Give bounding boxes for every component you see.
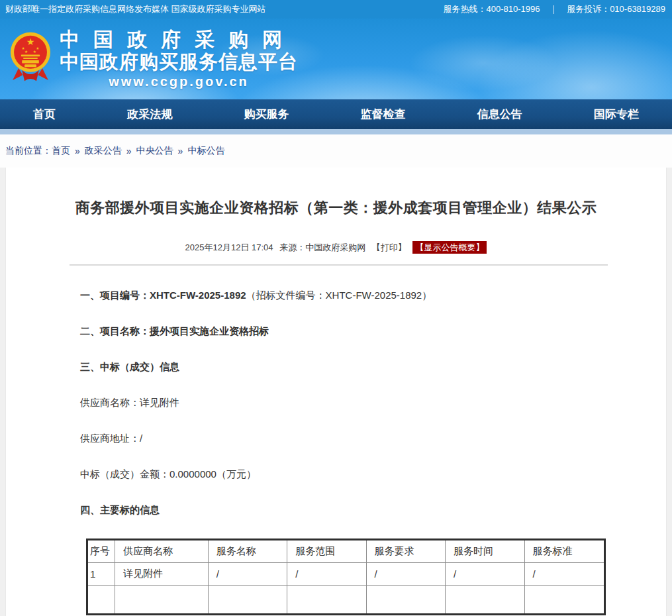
platform-name: 中国政府购买服务信息平台 <box>60 51 298 73</box>
show-summary-button[interactable]: 【显示公告概要】 <box>412 241 487 254</box>
supplier-address-line: 供应商地址：/ <box>80 431 603 446</box>
topbar-divider: ｜ <box>549 3 557 15</box>
article-meta: 2025年12月12日 17:04 来源：中国政府采购网 【打印】 【显示公告概… <box>6 242 666 254</box>
site-banner: ★ ★ ★ ★ ★ 中国政府采购网 中国政府购买服务信息平台 www.ccgp.… <box>0 19 672 99</box>
cell-supplier-name: 详见附件 <box>115 563 209 586</box>
main-navigation: 首页 政采法规 购买服务 监督检查 信息公告 国际专栏 <box>0 99 672 129</box>
col-header-service-requirement: 服务要求 <box>366 540 445 563</box>
site-slogan: 财政部唯一指定政府采购信息网络发布媒体 国家级政府采购专业网站 <box>5 3 266 15</box>
breadcrumb-home[interactable]: 首页 <box>52 145 70 157</box>
main-subject-table: 序号 供应商名称 服务名称 服务范围 服务要求 服务时间 服务标准 1 详见附件… <box>86 539 606 615</box>
nav-item-international[interactable]: 国际专栏 <box>594 107 639 122</box>
col-header-seq: 序号 <box>87 540 115 563</box>
table-row-empty <box>87 586 605 615</box>
breadcrumb-separator: » <box>178 146 183 156</box>
col-header-supplier-name: 供应商名称 <box>115 540 209 563</box>
supplier-name-line: 供应商名称：详见附件 <box>80 395 603 410</box>
award-amount-line: 中标（成交）金额：0.0000000（万元） <box>80 467 603 482</box>
project-number-bold: 一、项目编号：XHTC-FW-2025-1892 <box>80 289 246 301</box>
site-logo[interactable]: ★ ★ ★ ★ ★ 中国政府采购网 中国政府购买服务信息平台 www.ccgp.… <box>9 28 298 90</box>
cell-empty <box>208 586 287 615</box>
service-hotline: 服务热线：400-810-1996 <box>443 3 540 15</box>
top-utility-bar: 财政部唯一指定政府采购信息网络发布媒体 国家级政府采购专业网站 服务热线：400… <box>0 0 672 19</box>
main-subject-heading: 四、主要标的信息 <box>80 503 603 517</box>
nav-item-purchase-services[interactable]: 购买服务 <box>244 107 289 122</box>
col-header-service-name: 服务名称 <box>208 540 287 563</box>
svg-text:★: ★ <box>33 50 36 54</box>
project-name-line: 二、项目名称：援外项目实施企业资格招标 <box>80 324 603 338</box>
breadcrumb-label: 当前位置： <box>5 145 52 157</box>
china-national-emblem-icon: ★ ★ ★ ★ ★ <box>9 30 52 87</box>
award-info-heading: 三、中标（成交）信息 <box>80 360 603 374</box>
nav-item-home[interactable]: 首页 <box>33 107 56 122</box>
cell-service-scope: / <box>287 563 366 586</box>
article-source: 来源：中国政府采购网 <box>279 242 365 252</box>
site-url: www.ccgp.gov.cn <box>60 73 298 90</box>
col-header-service-standard: 服务标准 <box>524 540 605 563</box>
cell-empty <box>287 586 366 615</box>
site-name: 中国政府采购网 <box>60 28 298 51</box>
svg-text:★: ★ <box>24 50 28 54</box>
cell-service-standard: / <box>524 563 605 586</box>
table-header-row: 序号 供应商名称 服务名称 服务范围 服务要求 服务时间 服务标准 <box>87 540 605 563</box>
breadcrumb-separator: » <box>126 146 132 156</box>
nav-item-announcements[interactable]: 信息公告 <box>477 107 522 122</box>
article-title: 商务部援外项目实施企业资格招标（第一类：援外成套项目管理企业）结果公示 <box>6 168 666 218</box>
cell-empty <box>446 586 524 615</box>
svg-text:★: ★ <box>36 46 39 50</box>
article-container: 商务部援外项目实施企业资格招标（第一类：援外成套项目管理企业）结果公示 2025… <box>5 168 667 616</box>
cell-empty <box>524 586 605 615</box>
cell-empty <box>87 586 115 615</box>
cell-service-requirement: / <box>366 563 445 586</box>
print-button[interactable]: 【打印】 <box>372 242 407 252</box>
breadcrumb-award-notices[interactable]: 中标公告 <box>187 145 224 157</box>
breadcrumb-separator: » <box>75 146 80 156</box>
tender-doc-number: （招标文件编号：XHTC-FW-2025-1892） <box>246 289 432 301</box>
publish-datetime: 2025年12月12日 17:04 <box>185 242 273 252</box>
cell-empty <box>366 586 445 615</box>
col-header-service-scope: 服务范围 <box>287 540 366 563</box>
breadcrumb-central-notices[interactable]: 中央公告 <box>136 145 173 157</box>
col-header-service-time: 服务时间 <box>446 540 524 563</box>
cell-service-name: / <box>208 563 287 586</box>
breadcrumb: 当前位置： 首页 » 政采公告 » 中央公告 » 中标公告 <box>0 134 672 168</box>
project-number-line: 一、项目编号：XHTC-FW-2025-1892（招标文件编号：XHTC-FW-… <box>80 288 603 303</box>
cell-service-time: / <box>446 563 524 586</box>
nav-item-supervision[interactable]: 监督检查 <box>361 107 406 122</box>
article-body: 一、项目编号：XHTC-FW-2025-1892（招标文件编号：XHTC-FW-… <box>6 266 666 615</box>
breadcrumb-procurement-notices[interactable]: 政采公告 <box>85 145 122 157</box>
cell-empty <box>115 586 209 615</box>
nav-bottom-strip <box>0 129 672 134</box>
service-complaint: 服务投诉：010-63819289 <box>567 3 665 15</box>
table-row: 1 详见附件 / / / / / <box>87 563 605 586</box>
svg-text:★: ★ <box>26 36 35 47</box>
cell-seq: 1 <box>87 563 115 586</box>
nav-item-regulations[interactable]: 政采法规 <box>127 107 172 122</box>
